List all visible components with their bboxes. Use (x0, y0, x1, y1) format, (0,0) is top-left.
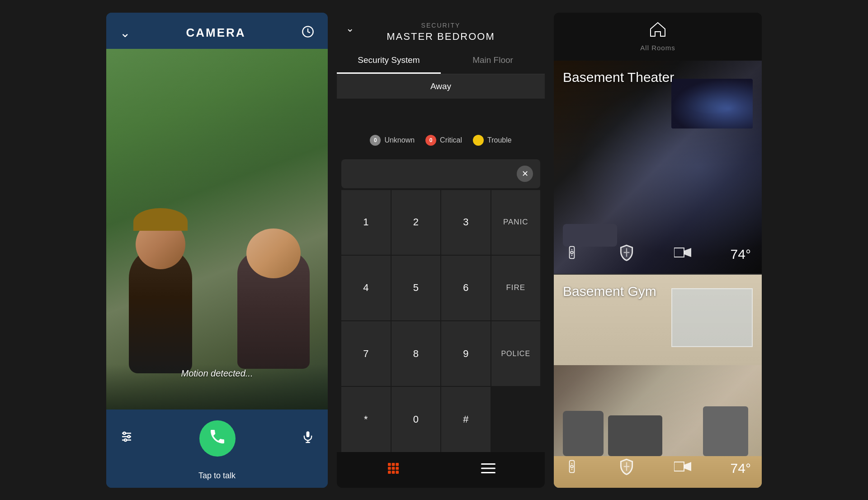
rooms-panel: All Rooms Basement Theater (554, 13, 762, 488)
status-unknown: 0 Unknown (370, 135, 415, 146)
svg-marker-32 (674, 462, 684, 471)
svg-rect-20 (481, 468, 495, 469)
settings-icon[interactable] (120, 430, 133, 447)
svg-marker-33 (684, 462, 691, 471)
keypad-8[interactable]: 8 (392, 321, 441, 386)
critical-dot: 0 (425, 135, 436, 146)
keypad-2[interactable]: 2 (392, 190, 441, 255)
panic-button[interactable]: PANIC (491, 190, 541, 255)
keypad-0[interactable]: 0 (392, 387, 441, 452)
camera-feed: Motion detected... (106, 49, 328, 410)
svg-rect-17 (392, 471, 395, 474)
theater-room-name: Basement Theater (563, 70, 674, 85)
exercise-bike (563, 411, 604, 456)
room-card-gym[interactable]: Basement Gym (554, 275, 762, 488)
svg-rect-13 (388, 467, 391, 470)
security-room-name: MASTER BEDROOM (346, 31, 536, 43)
svg-rect-22 (570, 246, 575, 258)
gym-room-name: Basement Gym (563, 284, 656, 299)
critical-label: Critical (440, 136, 462, 144)
keypad-clear-button[interactable]: ✕ (517, 166, 533, 182)
svg-rect-19 (481, 463, 495, 465)
keypad-hash[interactable]: # (441, 387, 491, 452)
gym-camera-icon (674, 460, 691, 476)
away-section: Away (337, 74, 545, 99)
tap-to-talk-label: Tap to talk (106, 467, 328, 488)
chevron-down-icon[interactable]: ⌄ (120, 25, 130, 40)
svg-rect-14 (392, 467, 395, 470)
security-chevron-icon[interactable]: ⌄ (346, 23, 354, 34)
keypad-grid: 1 2 3 PANIC 4 5 6 FIRE 7 8 9 POLICE * 0 … (341, 190, 540, 452)
status-trouble: Trouble (473, 135, 512, 146)
keypad-9[interactable]: 9 (441, 321, 491, 386)
trouble-label: Trouble (487, 136, 512, 144)
microphone-icon[interactable] (302, 430, 314, 446)
theater-room-icons: 74° (554, 244, 762, 265)
status-indicators: 0 Unknown 0 Critical Trouble (337, 99, 545, 159)
keypad-7[interactable]: 7 (341, 321, 391, 386)
keypad-star[interactable]: * (341, 387, 391, 452)
clock-icon[interactable] (302, 25, 314, 41)
keypad-display: ✕ (341, 159, 540, 188)
camera-icon (674, 246, 691, 262)
svg-rect-7 (307, 431, 310, 437)
svg-point-5 (128, 436, 130, 438)
police-button[interactable]: POLICE (491, 321, 541, 386)
gym-remote-icon (565, 459, 579, 477)
unknown-label: Unknown (384, 136, 415, 144)
keypad-3[interactable]: 3 (441, 190, 491, 255)
svg-rect-28 (570, 460, 575, 472)
svg-marker-27 (684, 248, 691, 257)
home-icon[interactable] (650, 22, 666, 40)
phone-icon (208, 428, 226, 449)
svg-point-24 (571, 251, 573, 253)
gym-window (671, 288, 753, 347)
svg-rect-15 (396, 467, 399, 470)
rooms-header: All Rooms (554, 13, 762, 61)
camera-controls (106, 410, 328, 467)
security-tabs: Security System Main Floor (337, 48, 545, 74)
gym-security-icon (618, 458, 635, 479)
svg-rect-10 (388, 463, 391, 466)
treadmill (608, 415, 662, 456)
camera-header: ⌄ CAMERA (106, 13, 328, 49)
theater-screen (671, 79, 753, 129)
keypad-area: ✕ 1 2 3 PANIC 4 5 6 FIRE 7 8 9 POLICE * … (337, 159, 545, 452)
svg-point-4 (123, 432, 126, 434)
person-right (237, 251, 310, 369)
security-shield-icon (618, 244, 635, 265)
grid-icon[interactable] (386, 461, 401, 479)
tab-main-floor[interactable]: Main Floor (441, 48, 545, 74)
svg-rect-16 (388, 471, 391, 474)
away-label: Away (430, 81, 451, 91)
person-left (129, 247, 192, 373)
svg-rect-18 (396, 471, 399, 474)
keypad-1[interactable]: 1 (341, 190, 391, 255)
security-subtitle: SECURITY (346, 22, 536, 29)
camera-title: CAMERA (186, 26, 245, 40)
gym-room-icons: 74° (554, 458, 762, 479)
status-critical: 0 Critical (425, 135, 462, 146)
sofa-shape (563, 224, 617, 247)
keypad-5[interactable]: 5 (392, 256, 441, 320)
tab-security-system[interactable]: Security System (337, 48, 441, 74)
svg-marker-26 (674, 248, 684, 257)
security-panel: ⌄ SECURITY MASTER BEDROOM Security Syste… (337, 13, 545, 488)
all-rooms-label: All Rooms (640, 44, 675, 52)
unknown-dot: 0 (370, 135, 381, 146)
svg-rect-21 (481, 472, 495, 473)
security-footer (337, 452, 545, 488)
fire-button[interactable]: FIRE (491, 256, 541, 320)
keypad-6[interactable]: 6 (441, 256, 491, 320)
security-header: ⌄ SECURITY MASTER BEDROOM (337, 13, 545, 48)
room-card-theater[interactable]: Basement Theater (554, 61, 762, 274)
svg-rect-12 (396, 463, 399, 466)
talk-button[interactable] (199, 420, 236, 457)
keypad-4[interactable]: 4 (341, 256, 391, 320)
trouble-dot (473, 135, 484, 146)
gym-temp: 74° (731, 461, 751, 476)
svg-point-6 (124, 439, 127, 441)
menu-icon[interactable] (481, 463, 495, 476)
motion-detected-text: Motion detected... (106, 368, 328, 379)
svg-rect-11 (392, 463, 395, 466)
